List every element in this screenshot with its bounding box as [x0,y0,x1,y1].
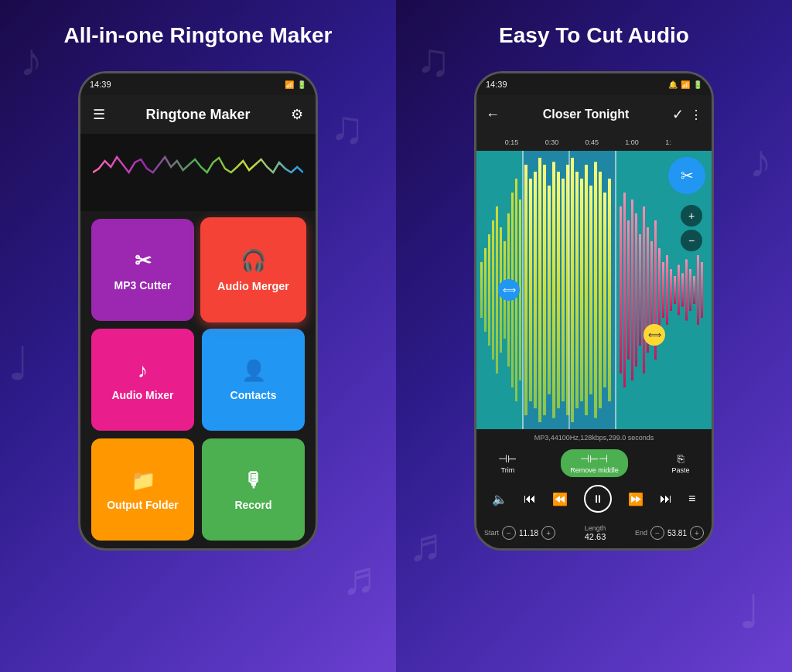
svg-rect-24 [575,172,579,408]
list-icon[interactable]: ≡ [688,492,695,506]
timeline-marker-3: 0:45 [585,138,599,146]
paste-tool[interactable]: ⎘ Paste [672,452,690,474]
wifi-icon: 📶 [285,80,294,89]
check-icon[interactable]: ✓ [672,106,684,123]
end-group: End − 53.81 + [635,526,704,540]
svg-rect-44 [666,255,668,325]
svg-rect-49 [685,259,688,320]
svg-rect-32 [620,206,622,374]
svg-rect-14 [529,179,532,401]
svg-rect-52 [697,255,699,325]
timeline-marker-5: 1: [665,138,671,146]
song-title: Closer Tonight [506,107,666,121]
edit-tools-bar: ⊣⊢ Trim ⊣⊢⊣ Remove middle ⎘ Paste [476,446,712,480]
audio-mixer-label: Audio Mixer [111,389,173,401]
end-label: End [635,529,647,537]
svg-rect-43 [662,262,664,318]
menu-icon[interactable]: ☰ [93,106,105,123]
svg-rect-22 [566,165,569,415]
start-group: Start − 11.18 + [484,526,555,540]
audio-merger-button[interactable]: 🎧 Audio Merger [200,217,306,322]
svg-rect-50 [689,269,691,311]
player-controls: 🔈 ⏮ ⏪ ⏸ ⏩ ⏭ ≡ [476,480,712,517]
output-folder-button[interactable]: 📁 Output Folder [91,438,194,541]
left-panel-title: All-in-one Ringtone Maker [64,23,333,48]
svg-rect-51 [693,276,695,304]
remove-middle-label: Remove middle [570,466,619,474]
settings-icon[interactable]: ⚙ [291,106,303,123]
svg-rect-35 [631,200,633,380]
more-options-icon[interactable]: ⋮ [690,107,702,122]
trim-label: Trim [501,466,515,474]
svg-rect-15 [534,172,537,408]
phone-mockup-right: 14:39 🔔 📶 🔋 ← Closer Tonight ✓ ⋮ 0:15 0:… [474,71,714,551]
timeline-marker-4: 1:00 [625,138,639,146]
audio-waveform-container: ⟺ ⟺ ✂ + − [476,151,712,429]
svg-rect-38 [643,206,645,374]
volume-icon[interactable]: 🔈 [492,492,507,507]
svg-rect-29 [599,172,602,408]
svg-rect-27 [589,186,592,394]
status-bar-right: 14:39 🔔 📶 🔋 [476,73,712,95]
start-plus-button[interactable]: + [541,526,555,540]
end-minus-button[interactable]: − [650,526,664,540]
audio-merger-label: Audio Merger [217,279,289,292]
mp3-cutter-label: MP3 Cutter [114,279,172,292]
svg-rect-20 [557,172,560,408]
left-panel: ♪ ♫ ♩ ♬ All-in-one Ringtone Maker 14:39 … [0,0,396,672]
file-info-bar: MP3,44100Hz,128kbps,299.0 seconds [476,429,712,446]
start-minus-button[interactable]: − [502,526,516,540]
battery-icon: 🔋 [297,80,306,89]
file-info-text: MP3,44100Hz,128kbps,299.0 seconds [534,434,654,442]
svg-rect-30 [603,193,606,387]
status-icons-left: 📶 🔋 [285,80,306,89]
contacts-label: Contacts [230,389,277,401]
svg-rect-19 [552,162,555,418]
rewind-icon[interactable]: ⏪ [552,492,568,507]
trim-tool[interactable]: ⊣⊢ Trim [498,452,517,474]
end-plus-button[interactable]: + [690,526,704,540]
remove-middle-tool[interactable]: ⊣⊢⊣ Remove middle [561,449,628,477]
record-button[interactable]: 🎙 Record [202,438,305,541]
contacts-button[interactable]: 👤 Contacts [202,329,305,431]
zoom-controls: + − [681,205,702,251]
waveform-svg [93,145,303,200]
battery-icon-right: 🔋 [693,80,702,89]
status-time-left: 14:39 [90,80,111,89]
timeline-marker-2: 0:30 [545,138,559,146]
paste-label: Paste [672,466,690,474]
zoom-in-button[interactable]: + [681,205,702,227]
svg-rect-36 [635,213,637,367]
mp3-cutter-button[interactable]: ✂ MP3 Cutter [91,219,194,321]
length-value: 42.63 [585,532,606,541]
fast-forward-icon[interactable]: ⏩ [628,492,644,507]
right-panel-title: Easy To Cut Audio [499,23,689,48]
back-arrow-icon[interactable]: ← [486,107,500,123]
paste-icon: ⎘ [678,452,684,465]
notification-icon: 🔔 [668,80,678,89]
skip-forward-icon[interactable]: ⏭ [660,492,672,506]
wifi-icon-right: 📶 [681,80,690,89]
scrubber-start[interactable]: ⟺ [498,279,520,301]
svg-rect-17 [543,165,546,415]
bottom-info-bar: Start − 11.18 + Length 42.63 End − 53.81… [476,517,712,548]
skip-back-icon[interactable]: ⏮ [524,492,536,506]
svg-rect-47 [678,265,680,316]
svg-rect-21 [562,179,565,401]
svg-rect-31 [608,179,611,401]
cut-button[interactable]: ✂ [668,157,705,194]
pause-button[interactable]: ⏸ [584,485,612,513]
app-title: Ringtone Maker [145,107,250,123]
svg-rect-28 [594,162,597,418]
audio-mixer-button[interactable]: ♪ Audio Mixer [91,329,194,431]
timeline-marker-1: 0:15 [505,138,519,146]
headphones-icon: 🎧 [241,248,266,273]
status-time-right: 14:39 [486,80,507,89]
record-label: Record [234,499,271,511]
status-icons-right: 🔔 📶 🔋 [668,80,702,89]
zoom-out-button[interactable]: − [681,230,702,251]
scrubber-end[interactable]: ⟺ [644,324,665,346]
status-bar-left: 14:39 📶 🔋 [80,73,316,95]
svg-rect-3 [484,248,486,332]
length-label: Length [585,524,606,532]
